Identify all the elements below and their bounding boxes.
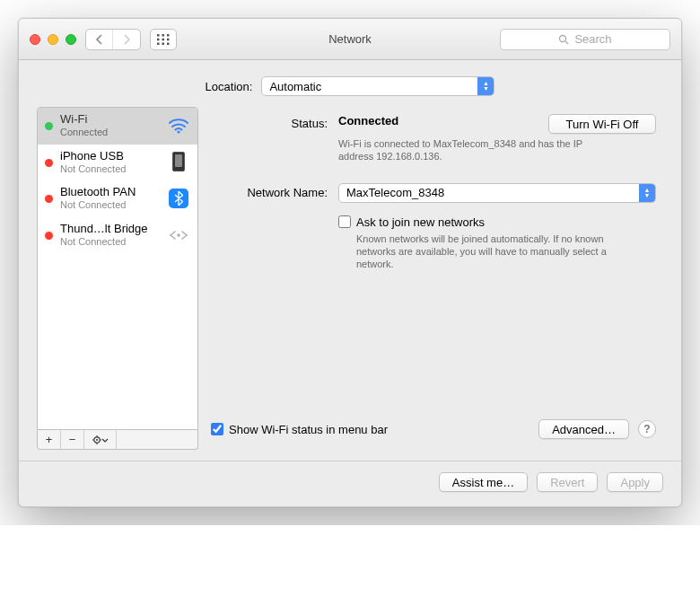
svg-rect-4 xyxy=(162,38,165,40)
svg-point-9 xyxy=(560,35,566,41)
service-status: Not Connected xyxy=(60,236,160,248)
service-name: iPhone USB xyxy=(60,150,160,163)
svg-rect-8 xyxy=(167,42,170,45)
back-button[interactable] xyxy=(86,30,113,49)
assist-me-button[interactable]: Assist me… xyxy=(439,472,528,492)
show-all-button[interactable] xyxy=(150,29,177,50)
svg-rect-6 xyxy=(157,42,160,45)
svg-rect-1 xyxy=(162,34,165,37)
thunderbolt-icon xyxy=(167,225,190,245)
status-description: Wi-Fi is connected to MaxTelecom_8348 an… xyxy=(338,137,590,163)
revert-button[interactable]: Revert xyxy=(537,472,598,492)
status-value: Connected xyxy=(338,114,538,127)
svg-rect-2 xyxy=(167,34,170,37)
svg-rect-5 xyxy=(167,38,170,40)
minimize-icon[interactable] xyxy=(48,34,58,45)
apply-button[interactable]: Apply xyxy=(607,472,663,492)
window-controls xyxy=(30,34,76,45)
ask-to-join-checkbox[interactable]: Ask to join new networks xyxy=(338,215,656,229)
service-name: Wi-Fi xyxy=(60,113,160,127)
svg-rect-7 xyxy=(162,42,165,45)
service-wifi[interactable]: Wi-Fi Connected xyxy=(38,108,197,145)
svg-point-11 xyxy=(177,130,179,133)
svg-point-14 xyxy=(96,439,98,441)
phone-icon xyxy=(167,152,190,171)
ask-to-join-description: Known networks will be joined automatica… xyxy=(356,233,608,271)
location-row: Location: Automatic ▲▼ xyxy=(19,60,681,107)
forward-button[interactable] xyxy=(113,30,140,49)
service-status: Not Connected xyxy=(60,163,160,175)
close-icon[interactable] xyxy=(30,34,40,45)
svg-rect-0 xyxy=(157,34,160,37)
svg-point-12 xyxy=(177,233,180,237)
status-label: Status: xyxy=(211,114,328,134)
titlebar: Network Search xyxy=(19,19,681,60)
chevron-updown-icon: ▲▼ xyxy=(639,184,655,202)
location-value: Automatic xyxy=(269,80,321,93)
status-dot-icon xyxy=(45,122,53,130)
footer: Assist me… Revert Apply xyxy=(19,461,681,506)
location-popup[interactable]: Automatic ▲▼ xyxy=(261,76,494,96)
service-iphone-usb[interactable]: iPhone USB Not Connected xyxy=(38,145,197,181)
wifi-icon xyxy=(167,116,190,136)
status-dot-icon xyxy=(45,232,53,240)
main-area: Wi-Fi Connected iPhone USB Not Connected xyxy=(19,107,681,461)
service-name: Thund…lt Bridge xyxy=(60,223,160,236)
services-actions: + − xyxy=(37,430,198,450)
service-name: Bluetooth PAN xyxy=(60,186,160,199)
show-wifi-status-input[interactable] xyxy=(211,423,223,435)
nav-back-forward xyxy=(85,29,141,50)
advanced-button[interactable]: Advanced… xyxy=(538,419,629,439)
services-list[interactable]: Wi-Fi Connected iPhone USB Not Connected xyxy=(37,107,198,430)
chevron-updown-icon: ▲▼ xyxy=(477,77,494,95)
ask-to-join-input[interactable] xyxy=(338,215,351,228)
service-options-button[interactable] xyxy=(84,430,117,449)
network-name-value: MaxTelecom_8348 xyxy=(346,186,444,199)
show-wifi-status-checkbox[interactable]: Show Wi-Fi status in menu bar xyxy=(211,423,388,436)
search-field[interactable]: Search xyxy=(500,29,670,50)
search-icon xyxy=(558,34,569,45)
status-dot-icon xyxy=(45,195,53,203)
zoom-icon[interactable] xyxy=(66,34,76,45)
show-wifi-status-label: Show Wi-Fi status in menu bar xyxy=(229,423,388,436)
svg-line-10 xyxy=(565,41,568,44)
ask-to-join-label: Ask to join new networks xyxy=(356,215,485,229)
services-sidebar: Wi-Fi Connected iPhone USB Not Connected xyxy=(37,107,198,450)
status-dot-icon xyxy=(45,159,53,167)
gear-icon xyxy=(92,435,109,445)
network-name-label: Network Name: xyxy=(211,183,328,203)
location-label: Location: xyxy=(206,80,253,93)
add-service-button[interactable]: + xyxy=(38,430,61,449)
remove-service-button[interactable]: − xyxy=(61,430,84,449)
service-status: Connected xyxy=(60,127,160,138)
bluetooth-icon xyxy=(167,189,190,208)
detail-panel: Status: Connected Turn Wi-Fi Off Wi-Fi i… xyxy=(211,107,663,450)
service-status: Not Connected xyxy=(60,199,160,211)
help-button[interactable]: ? xyxy=(638,420,656,438)
turn-wifi-off-button[interactable]: Turn Wi-Fi Off xyxy=(548,114,656,134)
service-bluetooth-pan[interactable]: Bluetooth PAN Not Connected xyxy=(38,180,197,217)
service-thunderbolt-bridge[interactable]: Thund…lt Bridge Not Connected xyxy=(38,217,197,254)
svg-rect-3 xyxy=(157,38,160,40)
network-name-popup[interactable]: MaxTelecom_8348 ▲▼ xyxy=(338,183,656,203)
network-prefs-window: Network Search Location: Automatic ▲▼ Wi… xyxy=(18,18,682,507)
search-placeholder: Search xyxy=(574,32,611,46)
